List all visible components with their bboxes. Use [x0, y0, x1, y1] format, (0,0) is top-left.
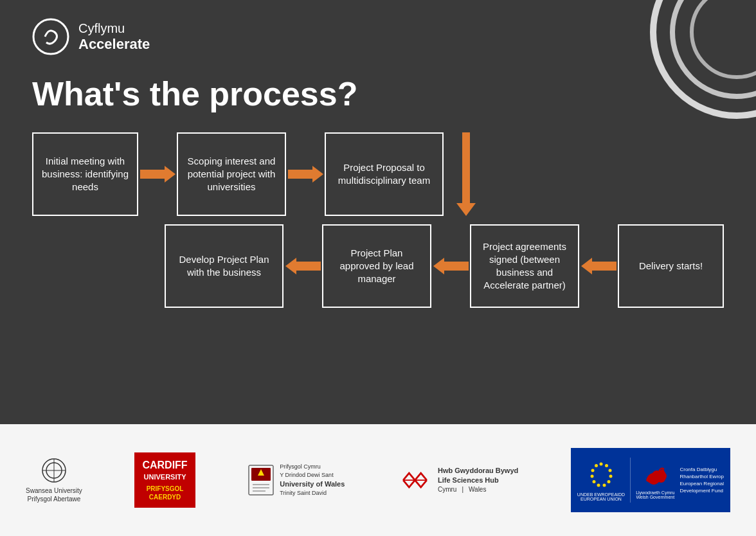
svg-marker-10 — [285, 258, 321, 274]
eu-development-fund-logo: UNDEB EWROPEAIDD EUROPEAN UNION Llywodra… — [571, 448, 730, 512]
svg-point-23 — [599, 463, 602, 466]
svg-point-26 — [609, 475, 612, 478]
svg-point-2 — [692, 0, 756, 77]
svg-marker-8 — [581, 258, 616, 274]
flow-box-3: Project Proposal to multidisciplinary te… — [325, 132, 444, 216]
accelerate-logo-icon — [32, 18, 69, 55]
welsh-gov-label: Llywodraeth CymruWelsh Government — [636, 490, 674, 499]
welsh-gov-section: Llywodraeth CymruWelsh Government — [636, 461, 674, 499]
welsh-dragon-icon — [641, 461, 670, 490]
svg-point-31 — [590, 475, 593, 478]
flow-box-2: Scoping interest and potential project w… — [177, 132, 286, 216]
cardiff-line2: UNIVERSITY — [142, 472, 187, 481]
eu-divider — [630, 458, 631, 503]
eu-stars-icon — [585, 459, 617, 491]
svg-marker-5 — [288, 166, 323, 183]
flow-box-7: Develop Project Plan with the business — [165, 224, 284, 308]
swansea-name: Swansea University Prifysgol Abertawe — [26, 487, 82, 503]
svg-point-25 — [608, 469, 611, 472]
life-sciences-hub-logo: Hwb Gwyddorau Bywyd Life Sciences Hub Cy… — [397, 466, 518, 495]
logo-text: Cyflymu Accelerate — [78, 21, 150, 52]
flow-box-6: Project Plan approved by lead manager — [322, 224, 431, 308]
top-section: Cyflymu Accelerate What's the process? I… — [0, 0, 756, 424]
eu-flag-section: UNDEB EWROPEAIDD EUROPEAN UNION — [577, 459, 625, 501]
accelerate-label: Accelerate — [78, 36, 150, 52]
eu-label: UNDEB EWROPEAIDD EUROPEAN UNION — [577, 492, 625, 501]
corner-right-connector — [444, 132, 489, 216]
flow-row-2: Delivery starts! Project agreements sign… — [32, 224, 724, 308]
wales-university-logo: Prifysgol Cymru Y Drindod Dewi Sant Univ… — [248, 463, 345, 497]
svg-marker-9 — [433, 258, 469, 274]
svg-marker-7 — [456, 203, 476, 216]
wales-crest-icon — [248, 464, 274, 496]
decorative-circles — [570, 0, 756, 186]
arrow-1-to-2 — [138, 161, 177, 187]
lsh-text: Hwb Gwyddorau Bywyd Life Sciences Hub Cy… — [438, 466, 518, 495]
svg-point-24 — [605, 464, 608, 467]
svg-point-33 — [595, 464, 598, 467]
bottom-section: Swansea University Prifysgol Abertawe CA… — [0, 424, 756, 536]
flow-box-5: Project agreements signed (between busin… — [470, 224, 579, 308]
svg-point-36 — [662, 469, 664, 472]
svg-point-30 — [592, 480, 595, 483]
svg-point-32 — [591, 469, 594, 472]
cyflymu-label: Cyflymu — [78, 21, 150, 36]
arrow-2-to-3 — [286, 161, 325, 187]
svg-point-1 — [672, 0, 756, 96]
cardiff-line1: CARDIFF — [142, 459, 187, 472]
swansea-university-logo: Swansea University Prifysgol Abertawe — [26, 457, 82, 503]
svg-point-28 — [602, 484, 606, 487]
lsh-icon — [397, 466, 433, 495]
arrow-5-to-4 — [579, 253, 618, 279]
svg-point-3 — [33, 19, 68, 54]
flow-box-1: Initial meeting with business: identifyi… — [32, 132, 138, 216]
flow-box-4: Delivery starts! — [618, 224, 724, 308]
erdf-text: Cronfa Datblygu Rhanbarthol Ewrop Europe… — [680, 466, 724, 495]
svg-point-29 — [597, 484, 600, 487]
svg-point-27 — [607, 480, 610, 483]
arrow-7-to-6 — [284, 253, 322, 279]
arrow-6-to-5 — [431, 253, 470, 279]
svg-marker-4 — [140, 166, 176, 183]
cardiff-university-logo: CARDIFF UNIVERSITY PRIFYSGOL CAERDYD — [134, 452, 195, 507]
cardiff-line4: CAERDYD — [142, 493, 187, 501]
cardiff-line3: PRIFYSGOL — [142, 485, 187, 493]
swansea-crest-icon — [40, 457, 68, 484]
wales-uni-text: Prifysgol Cymru Y Drindod Dewi Sant Univ… — [280, 463, 345, 497]
